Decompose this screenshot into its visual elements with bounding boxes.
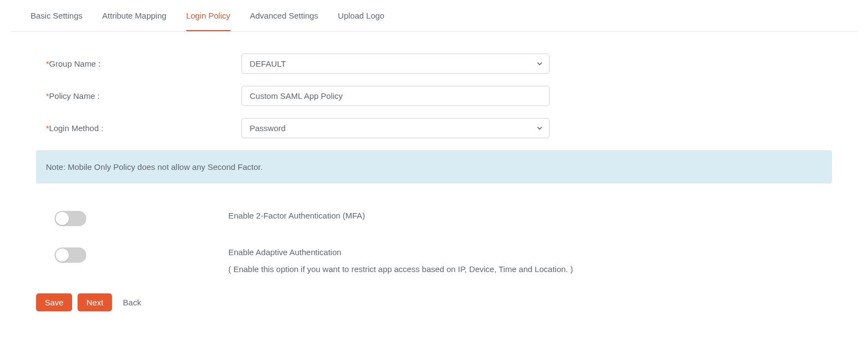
back-button[interactable]: Back — [117, 293, 146, 311]
group-name-label: *Group Name : — [36, 59, 241, 68]
note-box: Note: Mobile Only Policy does not allow … — [36, 150, 832, 184]
login-method-select[interactable]: Password — [241, 118, 550, 138]
tab-bar: Basic Settings Attribute Mapping Login P… — [11, 0, 857, 32]
save-button[interactable]: Save — [36, 293, 72, 311]
group-name-select[interactable]: DEFAULT — [241, 54, 550, 74]
adaptive-toggle[interactable] — [55, 247, 86, 263]
adaptive-hint: ( Enable this option if you want to rest… — [228, 264, 832, 274]
tab-login-policy[interactable]: Login Policy — [186, 11, 231, 31]
mfa-toggle[interactable] — [55, 211, 86, 226]
policy-name-label: *Policy Name : — [36, 91, 241, 101]
tab-upload-logo[interactable]: Upload Logo — [338, 11, 385, 31]
mfa-label: Enable 2-Factor Authentication (MFA) — [228, 211, 832, 220]
login-method-label: *Login Method : — [36, 123, 241, 133]
tab-basic-settings[interactable]: Basic Settings — [31, 11, 82, 31]
tab-attribute-mapping[interactable]: Attribute Mapping — [102, 11, 167, 31]
next-button[interactable]: Next — [78, 293, 112, 311]
policy-name-input[interactable] — [241, 86, 550, 106]
adaptive-label: Enable Adaptive Authentication — [228, 247, 832, 257]
tab-advanced-settings[interactable]: Advanced Settings — [250, 11, 318, 31]
